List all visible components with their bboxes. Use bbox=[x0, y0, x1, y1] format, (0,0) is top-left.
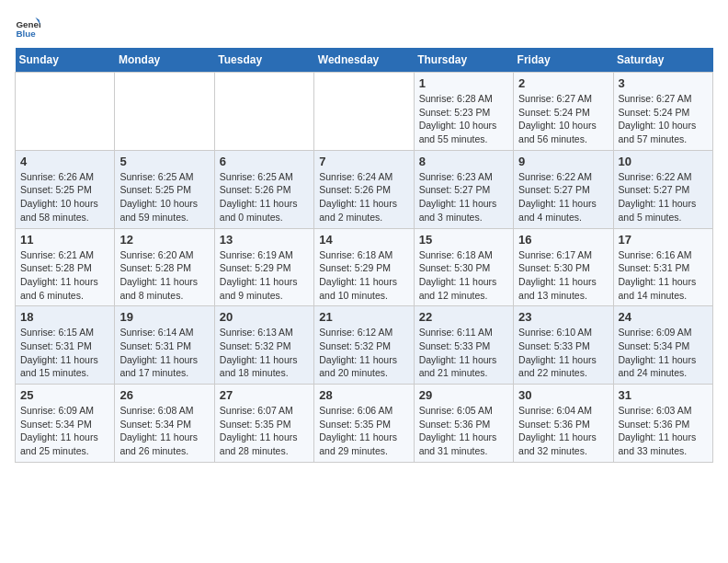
calendar-table: SundayMondayTuesdayWednesdayThursdayFrid… bbox=[15, 48, 713, 463]
day-number: 23 bbox=[518, 310, 608, 324]
calendar-cell: 21Sunrise: 6:12 AM Sunset: 5:32 PM Dayli… bbox=[314, 306, 414, 385]
calendar-cell: 19Sunrise: 6:14 AM Sunset: 5:31 PM Dayli… bbox=[115, 306, 214, 385]
day-content: Sunrise: 6:05 AM Sunset: 5:36 PM Dayligh… bbox=[419, 404, 508, 458]
weekday-header-wednesday: Wednesday bbox=[314, 48, 414, 73]
logo: General Blue bbox=[15, 15, 40, 40]
day-content: Sunrise: 6:04 AM Sunset: 5:36 PM Dayligh… bbox=[518, 404, 608, 458]
calendar-cell bbox=[115, 73, 214, 151]
day-content: Sunrise: 6:19 AM Sunset: 5:29 PM Dayligh… bbox=[220, 248, 309, 303]
day-content: Sunrise: 6:13 AM Sunset: 5:32 PM Dayligh… bbox=[220, 326, 309, 380]
day-content: Sunrise: 6:06 AM Sunset: 5:35 PM Dayligh… bbox=[319, 404, 408, 458]
calendar-cell bbox=[16, 73, 115, 151]
day-content: Sunrise: 6:07 AM Sunset: 5:35 PM Dayligh… bbox=[220, 404, 309, 458]
calendar-week-3: 11Sunrise: 6:21 AM Sunset: 5:28 PM Dayli… bbox=[16, 228, 713, 306]
calendar-cell: 26Sunrise: 6:08 AM Sunset: 5:34 PM Dayli… bbox=[115, 385, 214, 463]
calendar-cell bbox=[214, 73, 313, 151]
day-content: Sunrise: 6:25 AM Sunset: 5:26 PM Dayligh… bbox=[220, 170, 309, 224]
calendar-cell: 30Sunrise: 6:04 AM Sunset: 5:36 PM Dayli… bbox=[514, 385, 613, 463]
day-content: Sunrise: 6:27 AM Sunset: 5:24 PM Dayligh… bbox=[518, 92, 608, 146]
day-content: Sunrise: 6:12 AM Sunset: 5:32 PM Dayligh… bbox=[319, 326, 408, 380]
day-number: 25 bbox=[20, 388, 109, 402]
day-content: Sunrise: 6:28 AM Sunset: 5:23 PM Dayligh… bbox=[419, 92, 508, 146]
calendar-cell: 17Sunrise: 6:16 AM Sunset: 5:31 PM Dayli… bbox=[613, 228, 712, 306]
calendar-week-2: 4Sunrise: 6:26 AM Sunset: 5:25 PM Daylig… bbox=[16, 150, 713, 228]
calendar-cell: 14Sunrise: 6:18 AM Sunset: 5:29 PM Dayli… bbox=[314, 228, 414, 306]
day-content: Sunrise: 6:09 AM Sunset: 5:34 PM Dayligh… bbox=[619, 326, 708, 380]
calendar-week-4: 18Sunrise: 6:15 AM Sunset: 5:31 PM Dayli… bbox=[16, 306, 713, 385]
calendar-cell: 5Sunrise: 6:25 AM Sunset: 5:25 PM Daylig… bbox=[115, 150, 214, 228]
day-number: 24 bbox=[619, 310, 708, 324]
day-number: 17 bbox=[619, 233, 708, 247]
day-content: Sunrise: 6:17 AM Sunset: 5:30 PM Dayligh… bbox=[518, 248, 608, 303]
calendar-cell: 12Sunrise: 6:20 AM Sunset: 5:28 PM Dayli… bbox=[115, 228, 214, 306]
day-number: 6 bbox=[220, 155, 309, 168]
day-content: Sunrise: 6:14 AM Sunset: 5:31 PM Dayligh… bbox=[119, 326, 209, 380]
weekday-header-saturday: Saturday bbox=[613, 48, 712, 73]
calendar-cell: 18Sunrise: 6:15 AM Sunset: 5:31 PM Dayli… bbox=[16, 306, 115, 385]
calendar-cell: 8Sunrise: 6:23 AM Sunset: 5:27 PM Daylig… bbox=[414, 150, 513, 228]
calendar-cell: 22Sunrise: 6:11 AM Sunset: 5:33 PM Dayli… bbox=[414, 306, 513, 385]
logo-icon: General Blue bbox=[15, 15, 40, 40]
day-content: Sunrise: 6:22 AM Sunset: 5:27 PM Dayligh… bbox=[518, 170, 608, 224]
day-content: Sunrise: 6:16 AM Sunset: 5:31 PM Dayligh… bbox=[619, 248, 708, 303]
day-content: Sunrise: 6:15 AM Sunset: 5:31 PM Dayligh… bbox=[20, 326, 109, 380]
calendar-cell: 25Sunrise: 6:09 AM Sunset: 5:34 PM Dayli… bbox=[16, 385, 115, 463]
day-number: 19 bbox=[119, 310, 209, 324]
calendar-cell: 20Sunrise: 6:13 AM Sunset: 5:32 PM Dayli… bbox=[214, 306, 313, 385]
weekday-header-thursday: Thursday bbox=[414, 48, 513, 73]
day-number: 1 bbox=[419, 76, 508, 90]
day-number: 30 bbox=[518, 388, 608, 402]
day-number: 31 bbox=[619, 388, 708, 402]
day-content: Sunrise: 6:26 AM Sunset: 5:25 PM Dayligh… bbox=[20, 170, 109, 224]
calendar-cell: 4Sunrise: 6:26 AM Sunset: 5:25 PM Daylig… bbox=[16, 150, 115, 228]
calendar-cell: 13Sunrise: 6:19 AM Sunset: 5:29 PM Dayli… bbox=[214, 228, 313, 306]
calendar-cell: 2Sunrise: 6:27 AM Sunset: 5:24 PM Daylig… bbox=[514, 73, 613, 151]
page-header: General Blue bbox=[15, 15, 713, 40]
weekday-header-tuesday: Tuesday bbox=[214, 48, 313, 73]
day-number: 28 bbox=[319, 388, 408, 402]
day-number: 16 bbox=[518, 233, 608, 247]
day-content: Sunrise: 6:25 AM Sunset: 5:25 PM Dayligh… bbox=[119, 170, 209, 224]
calendar-cell: 23Sunrise: 6:10 AM Sunset: 5:33 PM Dayli… bbox=[514, 306, 613, 385]
calendar-cell: 7Sunrise: 6:24 AM Sunset: 5:26 PM Daylig… bbox=[314, 150, 414, 228]
day-number: 29 bbox=[419, 388, 508, 402]
calendar-week-1: 1Sunrise: 6:28 AM Sunset: 5:23 PM Daylig… bbox=[16, 73, 713, 151]
day-content: Sunrise: 6:03 AM Sunset: 5:36 PM Dayligh… bbox=[619, 404, 708, 458]
calendar-cell: 15Sunrise: 6:18 AM Sunset: 5:30 PM Dayli… bbox=[414, 228, 513, 306]
day-content: Sunrise: 6:22 AM Sunset: 5:27 PM Dayligh… bbox=[619, 170, 708, 224]
weekday-header-monday: Monday bbox=[115, 48, 214, 73]
day-content: Sunrise: 6:18 AM Sunset: 5:30 PM Dayligh… bbox=[419, 248, 508, 303]
calendar-cell: 10Sunrise: 6:22 AM Sunset: 5:27 PM Dayli… bbox=[613, 150, 712, 228]
day-content: Sunrise: 6:21 AM Sunset: 5:28 PM Dayligh… bbox=[20, 248, 109, 303]
day-content: Sunrise: 6:27 AM Sunset: 5:24 PM Dayligh… bbox=[619, 92, 708, 146]
day-number: 12 bbox=[119, 233, 209, 247]
calendar-cell: 6Sunrise: 6:25 AM Sunset: 5:26 PM Daylig… bbox=[214, 150, 313, 228]
day-content: Sunrise: 6:10 AM Sunset: 5:33 PM Dayligh… bbox=[518, 326, 608, 380]
day-content: Sunrise: 6:11 AM Sunset: 5:33 PM Dayligh… bbox=[419, 326, 508, 380]
day-content: Sunrise: 6:08 AM Sunset: 5:34 PM Dayligh… bbox=[119, 404, 209, 458]
weekday-header-friday: Friday bbox=[514, 48, 613, 73]
calendar-cell: 24Sunrise: 6:09 AM Sunset: 5:34 PM Dayli… bbox=[613, 306, 712, 385]
day-number: 7 bbox=[319, 155, 408, 168]
calendar-cell: 11Sunrise: 6:21 AM Sunset: 5:28 PM Dayli… bbox=[16, 228, 115, 306]
weekday-header-row: SundayMondayTuesdayWednesdayThursdayFrid… bbox=[16, 48, 713, 73]
day-number: 27 bbox=[220, 388, 309, 402]
day-number: 14 bbox=[319, 233, 408, 247]
day-number: 8 bbox=[419, 155, 508, 168]
calendar-cell: 27Sunrise: 6:07 AM Sunset: 5:35 PM Dayli… bbox=[214, 385, 313, 463]
day-number: 15 bbox=[419, 233, 508, 247]
day-number: 9 bbox=[518, 155, 608, 168]
day-number: 5 bbox=[119, 155, 209, 168]
calendar-cell: 29Sunrise: 6:05 AM Sunset: 5:36 PM Dayli… bbox=[414, 385, 513, 463]
calendar-cell: 3Sunrise: 6:27 AM Sunset: 5:24 PM Daylig… bbox=[613, 73, 712, 151]
day-number: 18 bbox=[20, 310, 109, 324]
calendar-cell: 28Sunrise: 6:06 AM Sunset: 5:35 PM Dayli… bbox=[314, 385, 414, 463]
day-content: Sunrise: 6:24 AM Sunset: 5:26 PM Dayligh… bbox=[319, 170, 408, 224]
calendar-week-5: 25Sunrise: 6:09 AM Sunset: 5:34 PM Dayli… bbox=[16, 385, 713, 463]
day-number: 2 bbox=[518, 76, 608, 90]
day-content: Sunrise: 6:09 AM Sunset: 5:34 PM Dayligh… bbox=[20, 404, 109, 458]
day-number: 26 bbox=[119, 388, 209, 402]
svg-text:Blue: Blue bbox=[16, 29, 36, 39]
calendar-cell: 16Sunrise: 6:17 AM Sunset: 5:30 PM Dayli… bbox=[514, 228, 613, 306]
day-number: 3 bbox=[619, 76, 708, 90]
